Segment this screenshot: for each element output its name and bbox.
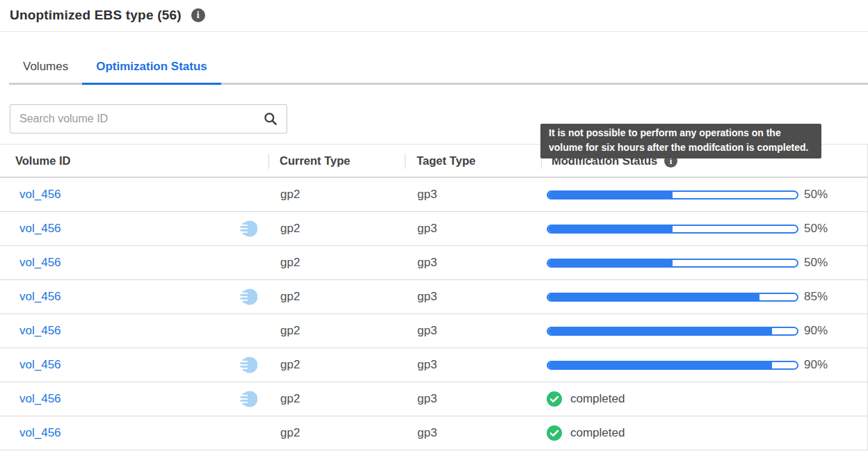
column-header-volume-id: Volume ID — [0, 145, 268, 177]
volume-id-cell: vol_456 — [0, 246, 268, 279]
volume-id-link[interactable]: vol_456 — [19, 188, 61, 202]
progress-bar — [547, 293, 798, 302]
table-row: vol_456 gp2 — [0, 280, 867, 314]
tab-optimization-status[interactable]: Optimization Status — [82, 60, 221, 85]
tabs-bar: Volumes Optimization Status — [9, 60, 868, 85]
volume-id-link[interactable]: vol_456 — [19, 324, 61, 338]
speed-icon — [238, 220, 257, 238]
volume-id-cell: vol_456 — [0, 280, 268, 314]
progress-label: 90% — [804, 324, 828, 338]
progress-fill — [548, 226, 673, 232]
table-row: vol_456 gp2 — [0, 416, 867, 450]
table-row: vol_456 gp2 — [0, 212, 867, 246]
tab-volumes[interactable]: Volumes — [9, 60, 82, 83]
progress-fill — [548, 294, 760, 300]
target-type-cell: gp3 — [405, 416, 541, 450]
progress-group: 90% — [547, 324, 828, 338]
search-input[interactable] — [19, 113, 264, 125]
current-type-cell: gp2 — [268, 212, 405, 245]
volume-id-link[interactable]: vol_456 — [19, 256, 61, 270]
current-type-cell: gp2 — [268, 280, 405, 314]
speed-icon — [238, 390, 257, 408]
column-divider — [405, 154, 405, 169]
table-row: vol_456 gp2 — [0, 314, 867, 348]
progress-label: 50% — [804, 222, 828, 236]
current-type-cell: gp2 — [268, 178, 405, 211]
progress-bar — [547, 259, 798, 268]
modification-status-cell: 50% — [541, 246, 867, 279]
speed-icon — [238, 288, 257, 306]
target-type-cell: gp3 — [405, 348, 541, 382]
completed-check-icon — [547, 425, 562, 441]
page-header: Unoptimized EBS type (56) i — [0, 0, 868, 32]
target-type-cell: gp3 — [405, 314, 541, 348]
volume-id-cell: vol_456 — [0, 314, 268, 348]
target-type-cell: gp3 — [405, 280, 541, 314]
progress-label: 85% — [804, 290, 828, 304]
current-type-cell: gp2 — [268, 382, 405, 416]
progress-group: 50% — [547, 256, 828, 270]
volume-id-link[interactable]: vol_456 — [19, 392, 61, 406]
table-row: vol_456 gp2 — [0, 348, 867, 382]
target-type-cell: gp3 — [405, 178, 541, 211]
progress-group: 90% — [547, 358, 828, 372]
current-type-cell: gp2 — [268, 348, 405, 382]
progress-bar — [547, 225, 798, 234]
volume-id-cell: vol_456 — [0, 348, 268, 382]
progress-fill — [548, 260, 673, 266]
modification-status-cell: completed — [541, 416, 867, 450]
volume-id-link[interactable]: vol_456 — [19, 426, 61, 440]
progress-group: 50% — [547, 222, 828, 236]
volume-id-link[interactable]: vol_456 — [19, 358, 61, 372]
completed-group: completed — [547, 391, 625, 407]
current-type-cell: gp2 — [268, 314, 405, 348]
modification-status-cell: 85% — [541, 280, 867, 314]
search-box — [10, 104, 287, 133]
column-header-target-type: Taget Type — [405, 145, 541, 177]
target-type-cell: gp3 — [405, 212, 541, 245]
modification-status-cell: completed — [541, 382, 867, 416]
volume-id-cell: vol_456 — [0, 178, 268, 211]
completed-label: completed — [570, 426, 625, 440]
table-row: vol_456 gp2 — [0, 178, 867, 212]
completed-check-icon — [547, 391, 562, 407]
volume-id-link[interactable]: vol_456 — [19, 222, 61, 236]
progress-bar — [547, 190, 798, 200]
page-title: Unoptimized EBS type (56) — [10, 8, 182, 23]
target-type-cell: gp3 — [405, 382, 541, 416]
info-icon[interactable]: i — [191, 8, 205, 22]
target-type-cell: gp3 — [405, 246, 541, 279]
speed-icon — [238, 356, 257, 374]
volume-id-cell: vol_456 — [0, 212, 268, 245]
modification-status-cell: 50% — [541, 178, 867, 211]
progress-fill — [548, 192, 673, 198]
progress-label: 50% — [804, 188, 828, 202]
progress-label: 50% — [804, 256, 828, 270]
modification-status-cell: 90% — [541, 348, 867, 382]
current-type-cell: gp2 — [268, 246, 405, 279]
completed-group: completed — [547, 425, 625, 441]
volumes-table: Volume ID Current Type Taget Type Modifi… — [0, 144, 868, 450]
modification-status-cell: 90% — [541, 314, 867, 348]
modification-status-tooltip: It is not possible to perform any operat… — [540, 124, 821, 158]
progress-bar — [547, 327, 798, 336]
tooltip-text: It is not possible to perform any operat… — [549, 127, 808, 153]
table-row: vol_456 gp2 — [0, 382, 867, 416]
volume-id-link[interactable]: vol_456 — [19, 290, 61, 304]
current-type-cell: gp2 — [268, 416, 405, 450]
progress-group: 50% — [547, 188, 828, 202]
column-divider — [268, 154, 269, 169]
progress-fill — [548, 328, 772, 334]
progress-bar — [547, 361, 798, 370]
modification-status-cell: 50% — [541, 212, 867, 245]
progress-fill — [548, 362, 772, 368]
completed-label: completed — [570, 392, 625, 406]
progress-label: 90% — [804, 358, 828, 372]
search-icon[interactable] — [264, 112, 278, 126]
progress-group: 85% — [547, 290, 828, 304]
table-body: vol_456 gp2 — [0, 178, 867, 450]
volume-id-cell: vol_456 — [0, 416, 268, 450]
volume-id-cell: vol_456 — [0, 382, 268, 416]
table-row: vol_456 gp2 — [0, 246, 867, 280]
column-header-current-type: Current Type — [268, 145, 405, 177]
